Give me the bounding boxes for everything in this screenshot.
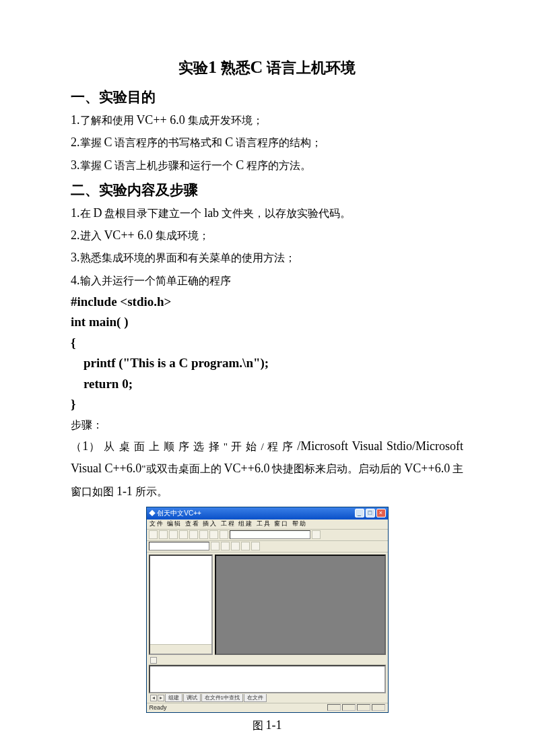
s2-item-1: 1.在 D 盘根目录下建立一个 lab 文件夹，以存放实验代码。	[71, 202, 463, 224]
output-tabs: ◂ ▸ 组建 调试 在文件1中查找 在文件	[149, 693, 386, 703]
tab-debug[interactable]: 调试	[183, 694, 201, 702]
text: （	[71, 441, 82, 452]
tab-next-icon[interactable]: ▸	[158, 695, 164, 701]
latin: VC++ 6.0	[136, 113, 185, 127]
copy-icon[interactable]	[189, 530, 198, 539]
title-mid: 熟悉	[217, 59, 251, 76]
find-icon[interactable]	[312, 530, 321, 539]
status-cell	[357, 704, 370, 711]
text: 了解和使用	[80, 115, 137, 126]
caption-prefix: 图	[253, 720, 266, 731]
redo-icon[interactable]	[220, 530, 228, 539]
step-number: 1	[82, 439, 88, 453]
text: ） 从 桌 面 上 顺 序 选 择 " 开 始 / 程 序	[88, 441, 297, 452]
run-icon[interactable]	[241, 542, 250, 550]
output-dropdown-icon[interactable]	[150, 657, 157, 664]
text: 文件夹，以存放实验代码。	[219, 208, 351, 219]
close-button[interactable]: ×	[376, 509, 386, 517]
save-icon[interactable]	[169, 530, 178, 539]
minimize-button[interactable]: _	[355, 509, 364, 517]
item-number: 2.	[71, 135, 80, 149]
document-title: 实验1 熟悉C 语言上机环境	[71, 57, 463, 78]
build-icon[interactable]	[221, 542, 230, 550]
app-icon: ◆ 创天中文VC++	[149, 509, 201, 518]
text: 程序的方法。	[244, 160, 311, 171]
main-area	[147, 553, 388, 657]
status-bar: Ready	[147, 703, 388, 712]
item-number: 3.	[71, 158, 80, 172]
text: 语言程序的结构；	[233, 137, 322, 148]
latin: lab	[204, 206, 219, 220]
tab-prev-icon[interactable]: ◂	[150, 695, 157, 701]
latin: VC++6.0	[404, 462, 450, 475]
paste-icon[interactable]	[199, 530, 208, 539]
latin: VC++ 6.0	[104, 228, 152, 242]
tab-find1[interactable]: 在文件1中查找	[201, 694, 243, 702]
item-number: 1.	[71, 113, 80, 127]
toolbar-2	[147, 541, 388, 553]
vc-window: ◆ 创天中文VC++ _ □ × 文件 编辑 查看 插入 工程 组建 工具 窗口…	[146, 507, 389, 713]
fig-ref: 1-1	[116, 484, 133, 498]
item-number: 4.	[71, 274, 80, 287]
code-line-3: {	[71, 333, 463, 353]
item-number: 2.	[71, 228, 80, 242]
compile-icon[interactable]	[211, 542, 220, 550]
code-line-2: int main( )	[71, 312, 463, 332]
item-number: 3.	[71, 251, 80, 264]
window-title: 创天中文VC++	[157, 509, 201, 517]
open-icon[interactable]	[159, 530, 168, 539]
latin: C	[236, 158, 244, 172]
status-text: Ready	[149, 704, 167, 711]
tab-build[interactable]: 组建	[165, 694, 182, 702]
status-cell	[372, 704, 385, 711]
latin: VC++6.0	[224, 462, 270, 475]
undo-icon[interactable]	[209, 530, 218, 539]
item-number: 1.	[71, 206, 80, 220]
find-combo[interactable]	[230, 530, 310, 539]
code-line-1: #include <stdio.h>	[71, 292, 463, 312]
output-wrap: ◂ ▸ 组建 调试 在文件1中查找 在文件	[147, 657, 388, 703]
s2-item-4: 4.输入并运行一个简单正确的程序	[71, 270, 463, 292]
section-2-heading: 二、实验内容及步骤	[71, 181, 463, 199]
menu-bar[interactable]: 文件 编辑 查看 插入 工程 组建 工具 窗口 帮助	[147, 519, 388, 530]
figure-1-1: ◆ 创天中文VC++ _ □ × 文件 编辑 查看 插入 工程 组建 工具 窗口…	[71, 507, 463, 733]
output-toolbar	[149, 657, 386, 665]
text: 集成环境；	[153, 230, 209, 241]
text: 输入并运行一个简单正确的程序	[80, 275, 231, 286]
status-cell	[327, 704, 341, 711]
text: 快捷图标来启动。启动后的	[269, 463, 404, 474]
latin: C	[104, 135, 112, 149]
steps-label: 步骤：	[71, 416, 463, 435]
text: "或双击桌面上的	[141, 463, 224, 474]
workspace-pane[interactable]	[149, 555, 213, 655]
new-icon[interactable]	[149, 530, 158, 539]
caption-number: 1-1	[265, 718, 281, 732]
tab-find2[interactable]: 在文件	[244, 694, 267, 702]
latin: C	[225, 135, 233, 149]
editor-pane[interactable]	[215, 555, 386, 655]
debug-icon[interactable]	[251, 542, 260, 550]
title-latin: C	[251, 57, 263, 77]
section-1-heading: 一、实验目的	[71, 88, 463, 106]
code-line-4: printf ("This is a C program.\n");	[71, 353, 463, 373]
output-pane[interactable]	[149, 665, 386, 693]
maximize-button[interactable]: □	[366, 509, 375, 517]
status-cell	[342, 704, 356, 711]
code-line-6: }	[71, 394, 463, 414]
cut-icon[interactable]	[179, 530, 188, 539]
title-suffix: 语言上机环境	[263, 59, 356, 76]
stop-icon[interactable]	[231, 542, 240, 550]
toolbar-1	[147, 530, 388, 541]
s1-item-1: 1.了解和使用 VC++ 6.0 集成开发环境；	[71, 109, 463, 131]
text: 掌握	[80, 137, 104, 148]
figure-caption: 图 1-1	[71, 718, 463, 733]
s2-item-3: 3.熟悉集成环境的界面和有关菜单的使用方法；	[71, 247, 463, 269]
text: 所示。	[133, 486, 168, 497]
text: 语言上机步骤和运行一个	[112, 160, 236, 171]
text: 进入	[80, 230, 104, 241]
config-combo[interactable]	[149, 542, 209, 550]
text: 集成开发环境；	[185, 115, 263, 126]
text: 在	[80, 208, 94, 219]
title-prefix: 实验	[178, 59, 208, 76]
s1-item-2: 2.掌握 C 语言程序的书写格式和 C 语言程序的结构；	[71, 131, 463, 154]
